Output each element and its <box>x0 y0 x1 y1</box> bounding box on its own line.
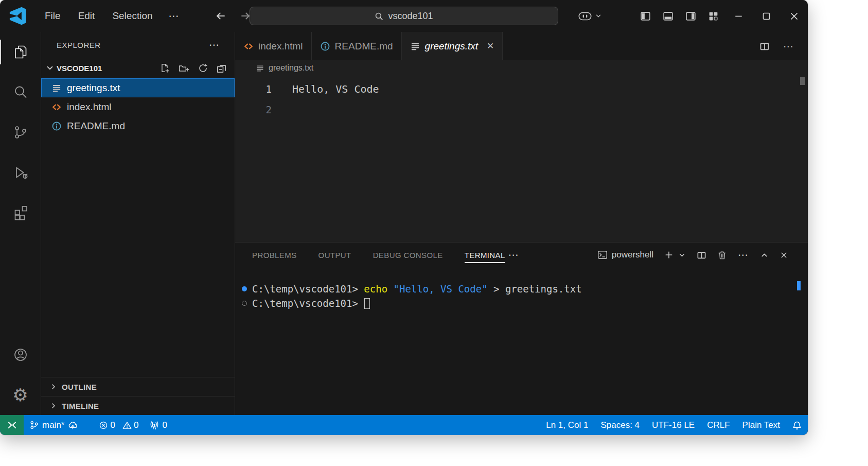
activitybar-source-control[interactable] <box>0 112 41 152</box>
menu-file[interactable]: File <box>36 7 69 25</box>
explorer-more-actions-button[interactable]: ⋯ <box>209 39 220 51</box>
chevron-down-icon <box>595 12 602 20</box>
settings-gear-button[interactable]: ⚙ <box>0 375 41 415</box>
eol-item[interactable]: CRLF <box>701 415 736 435</box>
encoding-item[interactable]: UTF-16 LE <box>646 415 701 435</box>
editor-group-actions: ⋯ <box>759 32 808 60</box>
tab-terminal[interactable]: TERMINAL <box>465 243 505 267</box>
terminal-profile-chevron-icon[interactable] <box>678 251 686 259</box>
new-folder-icon[interactable] <box>179 64 189 73</box>
maximize-panel-chevron-icon[interactable] <box>760 251 769 260</box>
kill-terminal-trash-icon[interactable] <box>717 250 727 260</box>
file-row-index-html[interactable]: index.html <box>41 97 235 116</box>
text-file-icon <box>410 41 420 51</box>
file-name: README.md <box>67 120 125 132</box>
warning-count: 0 <box>134 420 138 430</box>
extensions-icon <box>12 204 29 221</box>
new-terminal-icon[interactable] <box>664 250 674 260</box>
history-navigation <box>215 10 251 22</box>
outline-section-header[interactable]: OUTLINE <box>41 377 235 396</box>
readme-info-icon <box>320 41 330 51</box>
copilot-menu[interactable] <box>578 11 602 21</box>
timeline-section-header[interactable]: TIMELINE <box>41 396 235 415</box>
back-button[interactable] <box>215 10 226 22</box>
tab-problems[interactable]: PROBLEMS <box>252 243 297 267</box>
close-tab-button[interactable]: ✕ <box>487 41 494 51</box>
tab-index-html[interactable]: index.html <box>235 32 312 60</box>
split-terminal-icon[interactable] <box>697 250 706 260</box>
terminal-view[interactable]: C:\temp\vscode101> echo "Hello, VS Code"… <box>235 267 808 415</box>
toggle-secondary-sidebar-button[interactable] <box>679 5 702 27</box>
radio-tower-icon <box>150 421 159 430</box>
workspace-name: VSCODE101 <box>57 64 102 73</box>
tab-debug-console[interactable]: DEBUG CONSOLE <box>373 243 443 267</box>
collapse-all-icon[interactable] <box>217 63 226 73</box>
terminal-line: C:\temp\vscode101> echo "Hello, VS Code"… <box>242 282 808 296</box>
toggle-panel-button[interactable] <box>657 5 679 27</box>
prompt-decoration-icon[interactable] <box>242 301 252 306</box>
status-bar: main* 0 0 <box>0 415 808 435</box>
problems-status-item[interactable]: 0 0 <box>93 415 144 435</box>
close-window-button[interactable] <box>780 0 808 32</box>
language-mode-item[interactable]: Plain Text <box>736 415 786 435</box>
command-center-search[interactable]: vscode101 <box>250 7 558 25</box>
titlebar-right <box>578 0 808 32</box>
file-row-readme[interactable]: README.md <box>41 116 235 135</box>
chevron-down-icon <box>45 63 55 73</box>
toggle-primary-sidebar-button[interactable] <box>634 5 657 27</box>
maximize-button[interactable] <box>752 0 780 32</box>
tab-output[interactable]: OUTPUT <box>318 243 351 267</box>
window-controls <box>724 0 808 32</box>
editor-tabbar: index.html README.md greetings.txt ✕ ⋯ <box>235 32 808 60</box>
terminal-instance-item[interactable]: powershell <box>597 250 653 260</box>
accounts-button[interactable] <box>0 335 41 375</box>
file-row-greetings[interactable]: greetings.txt <box>41 78 235 97</box>
timeline-label: TIMELINE <box>62 402 99 410</box>
tab-label: README.md <box>335 41 393 52</box>
error-count: 0 <box>110 420 115 430</box>
ports-status-item[interactable]: 0 <box>144 415 172 435</box>
cursor-position-item[interactable]: Ln 1, Col 1 <box>540 415 594 435</box>
refresh-icon[interactable] <box>198 63 208 73</box>
terminal-command: echo <box>358 283 387 295</box>
files-icon <box>12 44 29 60</box>
titlebar: File Edit Selection ⋯ vscode101 <box>0 0 808 32</box>
menu-selection[interactable]: Selection <box>103 7 161 25</box>
ports-count: 0 <box>162 420 167 430</box>
workbench: ⚙ EXPLORER ⋯ VSCODE101 <box>0 32 808 415</box>
tab-readme-md[interactable]: README.md <box>312 32 402 60</box>
activitybar-extensions[interactable] <box>0 193 41 233</box>
menu-overflow[interactable]: ⋯ <box>162 10 187 22</box>
activitybar-search[interactable] <box>0 72 41 112</box>
breadcrumbs[interactable]: greetings.txt <box>235 60 808 76</box>
breadcrumb-file: greetings.txt <box>269 63 313 73</box>
close-panel-icon[interactable] <box>780 251 788 260</box>
tab-label: greetings.txt <box>425 41 479 52</box>
notifications-bell-button[interactable] <box>786 415 808 435</box>
text-editor[interactable]: 1 Hello, VS Code 2 <box>235 76 808 242</box>
explorer-actions <box>160 63 226 73</box>
tab-greetings-txt[interactable]: greetings.txt ✕ <box>402 32 503 60</box>
run-debug-icon <box>12 164 29 181</box>
command-center-value: vscode101 <box>388 11 433 22</box>
remote-indicator[interactable] <box>0 415 24 435</box>
workspace-section-header[interactable]: VSCODE101 <box>41 58 235 78</box>
indentation-item[interactable]: Spaces: 4 <box>594 415 646 435</box>
terminal-redirect: > greetings.txt <box>488 283 582 295</box>
editor-scrollbar[interactable] <box>800 77 805 85</box>
new-file-icon[interactable] <box>160 63 170 73</box>
activitybar-run-debug[interactable] <box>0 152 41 193</box>
split-editor-icon[interactable] <box>759 41 770 51</box>
customize-layout-button[interactable] <box>702 5 724 27</box>
panel-more-tabs-button[interactable]: ⋯ <box>508 249 520 261</box>
minimize-button[interactable] <box>724 0 752 32</box>
activitybar-explorer[interactable] <box>0 32 41 72</box>
command-decoration-icon[interactable] <box>242 286 252 291</box>
copilot-icon <box>578 11 592 21</box>
menu-edit[interactable]: Edit <box>69 7 104 25</box>
panel-header: PROBLEMS OUTPUT DEBUG CONSOLE TERMINAL ⋯ <box>235 243 808 267</box>
branch-status-item[interactable]: main* <box>24 415 84 435</box>
editor-more-actions-button[interactable]: ⋯ <box>783 40 794 53</box>
panel-more-actions-button[interactable]: ⋯ <box>738 249 749 261</box>
account-icon <box>12 347 29 363</box>
